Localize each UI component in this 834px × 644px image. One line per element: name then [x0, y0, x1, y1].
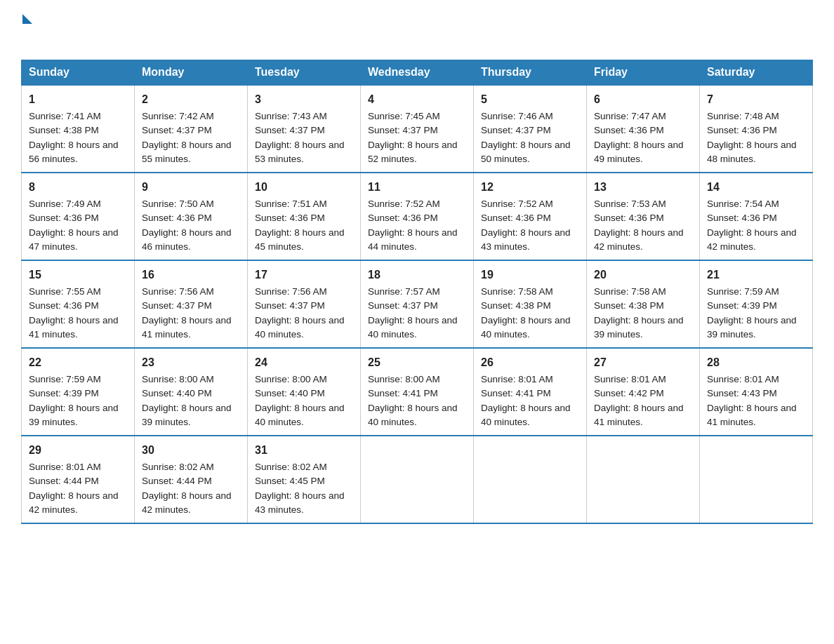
daylight-text: Daylight: 8 hours and 40 minutes.	[368, 403, 458, 427]
sunset-text: Sunset: 4:38 PM	[481, 300, 551, 311]
sunset-text: Sunset: 4:44 PM	[29, 476, 99, 486]
daylight-text: Daylight: 8 hours and 42 minutes.	[29, 490, 119, 515]
daylight-text: Daylight: 8 hours and 40 minutes.	[368, 315, 458, 340]
daylight-text: Daylight: 8 hours and 53 minutes.	[255, 140, 345, 164]
day-cell	[361, 436, 474, 523]
day-number: 4	[368, 91, 466, 108]
daylight-text: Daylight: 8 hours and 44 minutes.	[368, 227, 458, 252]
sunset-text: Sunset: 4:41 PM	[368, 388, 438, 398]
day-number: 6	[594, 91, 692, 108]
sunrise-text: Sunrise: 7:52 AM	[481, 199, 553, 209]
day-number: 28	[707, 354, 805, 371]
daylight-text: Daylight: 8 hours and 47 minutes.	[29, 227, 119, 252]
day-cell: 3Sunrise: 7:43 AMSunset: 4:37 PMDaylight…	[248, 85, 361, 173]
sunrise-text: Sunrise: 8:01 AM	[594, 374, 666, 384]
daylight-text: Daylight: 8 hours and 41 minutes.	[142, 315, 232, 340]
day-cell: 25Sunrise: 8:00 AMSunset: 4:41 PMDayligh…	[361, 348, 474, 436]
sunrise-text: Sunrise: 8:00 AM	[142, 374, 214, 384]
sunset-text: Sunset: 4:37 PM	[142, 125, 212, 135]
day-cell: 4Sunrise: 7:45 AMSunset: 4:37 PMDaylight…	[361, 85, 474, 173]
week-row-5: 29Sunrise: 8:01 AMSunset: 4:44 PMDayligh…	[22, 436, 813, 523]
sunrise-text: Sunrise: 7:50 AM	[142, 199, 214, 209]
sunrise-text: Sunrise: 7:58 AM	[594, 286, 666, 297]
day-number: 2	[142, 91, 240, 108]
day-number: 30	[142, 442, 240, 459]
header-row: SundayMondayTuesdayWednesdayThursdayFrid…	[22, 60, 813, 86]
daylight-text: Daylight: 8 hours and 56 minutes.	[29, 140, 119, 164]
day-cell: 30Sunrise: 8:02 AMSunset: 4:44 PMDayligh…	[135, 436, 248, 523]
day-cell: 8Sunrise: 7:49 AMSunset: 4:36 PMDaylight…	[22, 173, 135, 260]
day-number: 23	[142, 354, 240, 371]
sunset-text: Sunset: 4:36 PM	[29, 300, 99, 311]
day-cell: 21Sunrise: 7:59 AMSunset: 4:39 PMDayligh…	[700, 260, 813, 348]
day-number: 8	[29, 179, 127, 196]
day-number: 1	[29, 91, 127, 108]
day-cell: 9Sunrise: 7:50 AMSunset: 4:36 PMDaylight…	[135, 173, 248, 260]
week-row-1: 1Sunrise: 7:41 AMSunset: 4:38 PMDaylight…	[22, 85, 813, 173]
daylight-text: Daylight: 8 hours and 39 minutes.	[29, 403, 119, 427]
sunset-text: Sunset: 4:38 PM	[29, 125, 99, 135]
daylight-text: Daylight: 8 hours and 55 minutes.	[142, 140, 232, 164]
week-row-4: 22Sunrise: 7:59 AMSunset: 4:39 PMDayligh…	[22, 348, 813, 436]
day-cell	[700, 436, 813, 523]
day-number: 12	[481, 179, 579, 196]
day-number: 10	[255, 179, 353, 196]
sunrise-text: Sunrise: 8:02 AM	[142, 462, 214, 472]
day-number: 27	[594, 354, 692, 371]
header-cell-saturday: Saturday	[700, 60, 813, 86]
day-cell	[587, 436, 700, 523]
day-cell: 23Sunrise: 8:00 AMSunset: 4:40 PMDayligh…	[135, 348, 248, 436]
sunset-text: Sunset: 4:40 PM	[255, 388, 325, 398]
sunset-text: Sunset: 4:45 PM	[255, 476, 325, 486]
sunrise-text: Sunrise: 7:53 AM	[594, 199, 666, 209]
header-cell-tuesday: Tuesday	[248, 60, 361, 86]
daylight-text: Daylight: 8 hours and 42 minutes.	[142, 490, 232, 515]
logo	[21, 14, 34, 46]
day-number: 3	[255, 91, 353, 108]
sunset-text: Sunset: 4:43 PM	[707, 388, 777, 398]
daylight-text: Daylight: 8 hours and 40 minutes.	[255, 315, 345, 340]
day-cell: 20Sunrise: 7:58 AMSunset: 4:38 PMDayligh…	[587, 260, 700, 348]
day-cell: 27Sunrise: 8:01 AMSunset: 4:42 PMDayligh…	[587, 348, 700, 436]
sunrise-text: Sunrise: 8:01 AM	[481, 374, 553, 384]
sunset-text: Sunset: 4:36 PM	[707, 213, 777, 223]
daylight-text: Daylight: 8 hours and 40 minutes.	[481, 403, 571, 427]
sunset-text: Sunset: 4:37 PM	[368, 125, 438, 135]
page-header	[21, 14, 813, 46]
week-row-2: 8Sunrise: 7:49 AMSunset: 4:36 PMDaylight…	[22, 173, 813, 260]
day-cell: 19Sunrise: 7:58 AMSunset: 4:38 PMDayligh…	[474, 260, 587, 348]
sunrise-text: Sunrise: 8:02 AM	[255, 462, 327, 472]
daylight-text: Daylight: 8 hours and 49 minutes.	[594, 140, 684, 164]
day-cell: 13Sunrise: 7:53 AMSunset: 4:36 PMDayligh…	[587, 173, 700, 260]
sunrise-text: Sunrise: 7:52 AM	[368, 199, 440, 209]
sunrise-text: Sunrise: 8:01 AM	[29, 462, 101, 472]
day-number: 18	[368, 267, 466, 283]
sunrise-text: Sunrise: 7:58 AM	[481, 286, 553, 297]
sunset-text: Sunset: 4:37 PM	[255, 125, 325, 135]
sunrise-text: Sunrise: 7:51 AM	[255, 199, 327, 209]
day-number: 14	[707, 179, 805, 196]
sunrise-text: Sunrise: 7:46 AM	[481, 111, 553, 121]
daylight-text: Daylight: 8 hours and 39 minutes.	[707, 315, 797, 340]
sunset-text: Sunset: 4:36 PM	[594, 125, 664, 135]
day-cell: 26Sunrise: 8:01 AMSunset: 4:41 PMDayligh…	[474, 348, 587, 436]
day-cell: 22Sunrise: 7:59 AMSunset: 4:39 PMDayligh…	[22, 348, 135, 436]
day-cell: 16Sunrise: 7:56 AMSunset: 4:37 PMDayligh…	[135, 260, 248, 348]
day-number: 7	[707, 91, 805, 108]
day-number: 22	[29, 354, 127, 371]
day-number: 9	[142, 179, 240, 196]
sunrise-text: Sunrise: 7:59 AM	[29, 374, 101, 384]
header-cell-sunday: Sunday	[22, 60, 135, 86]
header-cell-wednesday: Wednesday	[361, 60, 474, 86]
daylight-text: Daylight: 8 hours and 41 minutes.	[707, 403, 797, 427]
header-cell-monday: Monday	[135, 60, 248, 86]
sunset-text: Sunset: 4:41 PM	[481, 388, 551, 398]
daylight-text: Daylight: 8 hours and 52 minutes.	[368, 140, 458, 164]
day-number: 21	[707, 267, 805, 283]
day-cell	[474, 436, 587, 523]
day-cell: 7Sunrise: 7:48 AMSunset: 4:36 PMDaylight…	[700, 85, 813, 173]
day-number: 19	[481, 267, 579, 283]
sunrise-text: Sunrise: 7:41 AM	[29, 111, 101, 121]
sunset-text: Sunset: 4:37 PM	[481, 125, 551, 135]
daylight-text: Daylight: 8 hours and 40 minutes.	[481, 315, 571, 340]
